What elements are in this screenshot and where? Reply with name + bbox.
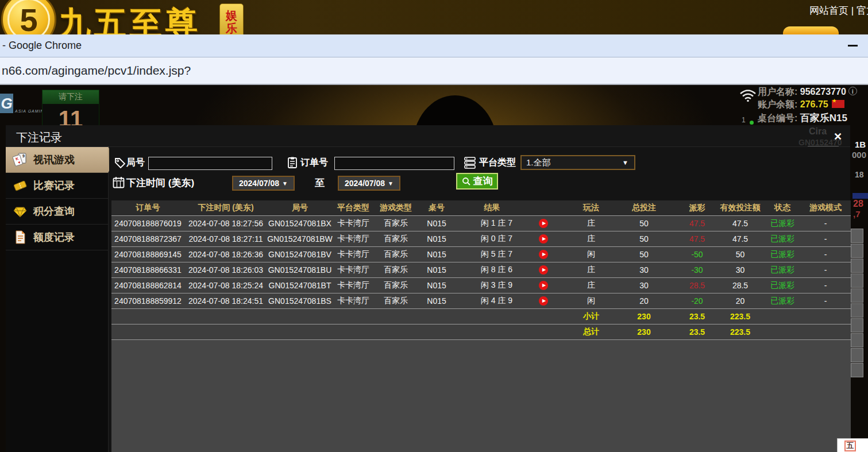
ticket-icon [13, 178, 28, 193]
cell-payout: 47.5 [678, 215, 716, 231]
column-header: 结果 [456, 200, 573, 215]
sidebar-item-video-games[interactable]: 9 K ♥ 视讯游戏 [6, 147, 108, 173]
cell-bet: 30 [609, 277, 678, 293]
sum-empty [267, 324, 333, 339]
total-row: 总计23023.5223.5 [111, 324, 851, 339]
cell-table: N015 [418, 277, 456, 293]
document-icon [13, 230, 28, 245]
balance-label: 账户余额: [758, 99, 797, 109]
cell-status: 已派彩 [765, 246, 800, 262]
cell-valid: 28.5 [716, 277, 765, 293]
order-id-input[interactable] [334, 157, 454, 170]
cell-valid: 47.5 [716, 231, 765, 246]
close-icon[interactable]: ✕ [834, 130, 842, 143]
cell-order: 240708188872367 [111, 231, 184, 246]
sum-payout: 23.5 [678, 308, 716, 324]
ime-popup: 五 [837, 438, 868, 452]
minimize-button[interactable] [848, 45, 858, 47]
play-video-icon[interactable]: ▶ [539, 250, 548, 259]
sum-empty [418, 308, 456, 324]
top-nav: 网站首页 | 官方 [809, 4, 868, 17]
play-video-icon[interactable]: ▶ [539, 219, 548, 228]
sidebar-item-label: 视讯游戏 [33, 153, 75, 167]
window-title: - Google Chrome [2, 40, 82, 52]
cell-order: 240708188876019 [111, 215, 184, 231]
platform-type-select[interactable]: 1.全部 ▼ [520, 155, 635, 170]
cell-payout: 28.5 [678, 277, 716, 293]
cell-round: GN015247081BX [267, 215, 333, 231]
cell-payout: -20 [678, 293, 716, 308]
cell-game: 百家乐 [374, 231, 418, 246]
sum-empty [456, 308, 573, 324]
cell-game: 百家乐 [374, 293, 418, 308]
playing-cards-icon: 9 K ♥ [13, 152, 28, 167]
svg-text:9: 9 [22, 154, 25, 158]
chevron-down-icon: ▼ [282, 180, 288, 187]
column-header: 游戏模式 [800, 200, 851, 215]
cell-result: 闲 5 庄 7▶ [456, 246, 573, 262]
platform-type-label: 平台类型 [479, 157, 516, 169]
chrome-address-bar[interactable]: n66.com/agingame/pcv1/index.jsp? [0, 57, 868, 85]
sum-empty [456, 324, 573, 339]
home-link[interactable]: 网站首页 [809, 5, 848, 16]
sum-empty [800, 324, 851, 339]
bet-prompt: 请下注 [43, 90, 99, 104]
asia-gaming-logo: G [0, 94, 13, 113]
cell-payout: 47.5 [678, 231, 716, 246]
cell-platform: 卡卡湾厅 [333, 277, 374, 293]
cell-table: N015 [418, 246, 456, 262]
cell-status: 已派彩 [765, 277, 800, 293]
gold-button-partial[interactable] [783, 26, 839, 34]
play-video-icon[interactable]: ▶ [539, 234, 548, 244]
info-icon[interactable]: i [848, 87, 857, 95]
tag-icon [114, 157, 126, 169]
cell-round: GN015247081BW [267, 231, 333, 246]
result-text: 闲 4 庄 9 [481, 296, 512, 306]
cell-mode: - [800, 231, 851, 246]
to-label: 至 [315, 176, 325, 190]
search-button[interactable]: 查询 [456, 173, 498, 190]
site-banner: 5 九五至尊 娱 乐 网站首页 | 官方 [0, 0, 868, 34]
cell-status: 已派彩 [765, 262, 800, 277]
cell-table: N015 [418, 262, 456, 277]
cell-order: 240708188869145 [111, 246, 184, 262]
cell-game: 百家乐 [374, 246, 418, 262]
modal-sidebar: 9 K ♥ 视讯游戏 比赛记录 [6, 147, 109, 452]
cell-play-side: 闲 [573, 246, 609, 262]
chevron-down-icon: ▼ [388, 180, 394, 187]
column-header: 状态 [765, 200, 800, 215]
official-link[interactable]: 官方 [857, 5, 868, 16]
date-to-select[interactable]: 2024/07/08 ▼ [338, 176, 400, 191]
cell-mode: - [800, 246, 851, 262]
modal-titlebar: 下注记录 Cira GN0152470 ✕ [6, 125, 850, 147]
column-header: 游戏类型 [374, 200, 418, 215]
play-video-icon[interactable]: ▶ [539, 296, 548, 306]
sum-valid: 223.5 [716, 308, 765, 324]
china-flag-icon [832, 100, 844, 108]
modal-content: 局号 订单号 平台类型 1.全部 ▼ [109, 147, 850, 452]
cell-time: 2024-07-08 18:26:03 [184, 262, 267, 277]
status-dot [750, 121, 754, 125]
sum-empty [111, 308, 184, 324]
sidebar-item-match-records[interactable]: 比赛记录 [6, 173, 108, 199]
order-id-label: 订单号 [300, 157, 328, 169]
sidebar-item-label: 额度记录 [33, 230, 75, 244]
column-header: 有效投注额 [716, 200, 765, 215]
cell-order: 240708188862814 [111, 277, 184, 293]
calendar-icon [112, 176, 125, 189]
date-from-select[interactable]: 2024/07/08 ▼ [232, 176, 295, 191]
table-row: 2407081888760192024-07-08 18:27:56GN0152… [111, 215, 851, 231]
sidebar-item-points-query[interactable]: 积分查询 [6, 199, 108, 225]
column-header: 桌号 [418, 200, 456, 215]
cell-play-side: 庄 [573, 277, 609, 293]
cell-status: 已派彩 [765, 293, 800, 308]
url-text: n66.com/agingame/pcv1/index.jsp? [2, 64, 191, 78]
table-row: 2407081888628142024-07-08 18:25:24GN0152… [111, 277, 851, 293]
table-header-row: 订单号下注时间 (美东)局号平台类型游戏类型桌号结果玩法总投注派彩有效投注额状态… [111, 200, 851, 215]
row-number: 1 [742, 116, 746, 124]
cell-valid: 50 [716, 246, 765, 262]
round-id-input[interactable] [148, 157, 272, 170]
sidebar-item-credit-records[interactable]: 额度记录 [6, 225, 108, 250]
play-video-icon[interactable]: ▶ [539, 281, 548, 290]
play-video-icon[interactable]: ▶ [539, 265, 548, 275]
